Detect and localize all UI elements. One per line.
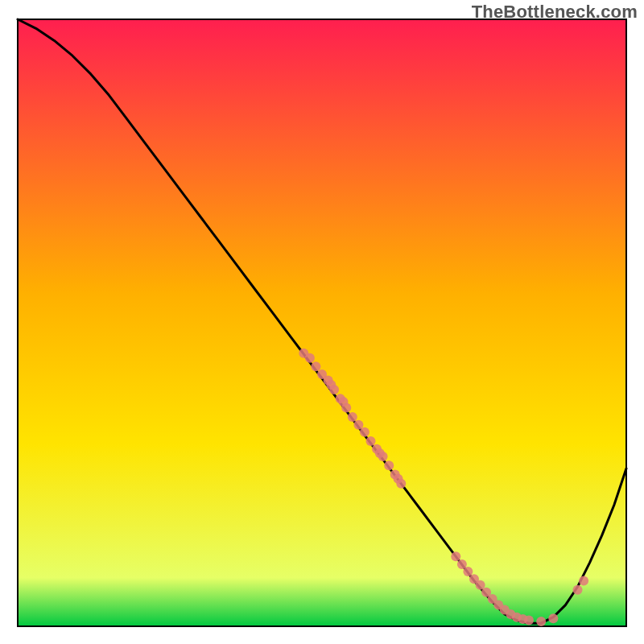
- data-point: [305, 353, 315, 363]
- data-point: [311, 361, 320, 371]
- data-point: [384, 460, 394, 470]
- data-point: [451, 551, 460, 561]
- data-point: [360, 427, 369, 437]
- data-point: [366, 436, 376, 446]
- data-point: [573, 585, 583, 595]
- data-point: [396, 479, 406, 489]
- data-point: [579, 576, 588, 586]
- data-point: [548, 613, 558, 623]
- data-point: [524, 616, 534, 625]
- bottleneck-chart: [0, 0, 644, 644]
- data-point: [348, 412, 357, 422]
- data-point: [536, 617, 546, 626]
- chart-container: TheBottleneck.com: [0, 0, 644, 644]
- watermark-text: TheBottleneck.com: [472, 2, 638, 23]
- data-point: [329, 385, 339, 394]
- plot-background: [18, 19, 626, 626]
- data-point: [341, 403, 351, 413]
- data-point: [378, 452, 388, 461]
